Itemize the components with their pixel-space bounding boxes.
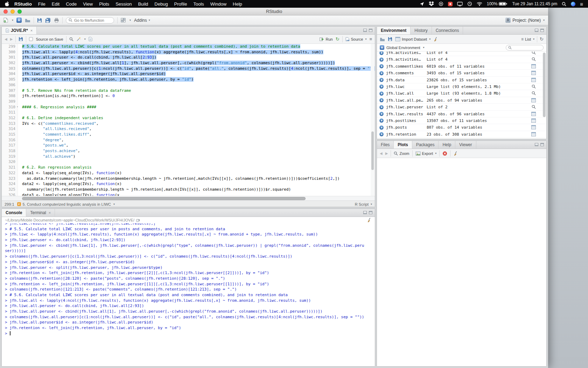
menu-build[interactable]: Build (135, 1, 151, 7)
project-menu-button[interactable]: R Project: (None) ▾ (505, 18, 545, 23)
env-object-row[interactable]: jfh.liwc.peruserList of 2 (377, 104, 546, 110)
code-line-314[interactable]: 314 "all.likes.recieved", (2, 126, 375, 132)
compile-report-icon[interactable] (89, 37, 92, 41)
env-object-row[interactable]: jfh.liwcLarge list (93 elements, 2.1 Mb) (377, 83, 546, 90)
new-file-button[interactable] (4, 18, 8, 23)
siri-icon[interactable] (571, 2, 575, 6)
expand-icon[interactable] (379, 52, 384, 55)
clear-environment-icon[interactable] (433, 37, 438, 42)
tab-history[interactable]: History (411, 27, 432, 34)
tab-help[interactable]: Help (439, 141, 455, 149)
view-table-icon[interactable] (531, 71, 536, 75)
env-object-row[interactable]: jfh.data23826 obs. of 15 variables (377, 77, 546, 83)
document-outline-icon[interactable]: ≡ (369, 36, 372, 42)
view-table-icon[interactable] (531, 112, 536, 116)
minimize-pane-icon[interactable] (363, 29, 367, 32)
env-object-row[interactable]: jfh.liwc.all.pe…265 obs. of 94 variables (377, 97, 546, 104)
env-object-row[interactable]: jfh.liwc.allLarge list (93 elements, 1.8… (377, 90, 546, 97)
remove-plot-icon[interactable] (442, 151, 447, 156)
tab-connections[interactable]: Connections (432, 27, 463, 34)
minimize-window-button[interactable] (10, 9, 15, 14)
back-icon[interactable]: ◀ (5, 37, 7, 41)
menubar-clock[interactable]: Tue 29 Jan 11:21:45 pm (512, 1, 557, 6)
wifi-icon[interactable] (477, 2, 482, 6)
source-on-save-checkbox[interactable] (29, 37, 33, 41)
location-icon[interactable] (420, 2, 424, 6)
apple-menu-icon[interactable] (5, 1, 9, 6)
find-replace-icon[interactable] (69, 37, 74, 41)
editor-vertical-scrollbar[interactable] (371, 44, 374, 196)
view-table-icon[interactable] (531, 98, 536, 102)
code-line-308[interactable]: 308jfh.retention[is.na(jfh.retention)] <… (2, 93, 375, 99)
code-line-318[interactable]: 318 "posts.achieve", (2, 148, 375, 154)
notification-center-icon[interactable]: ≡ (580, 1, 583, 7)
clear-console-icon[interactable] (367, 218, 372, 223)
expand-icon[interactable] (379, 57, 384, 62)
forward-icon[interactable]: ▶ (10, 37, 13, 41)
code-line-304[interactable]: 304jfh.liwc.all.peruser$id <- as.integer… (2, 71, 375, 77)
load-workspace-icon[interactable] (380, 37, 385, 41)
code-line-317[interactable]: 317 "posts.we", (2, 143, 375, 148)
view-table-icon[interactable] (531, 118, 536, 123)
addins-button[interactable]: Addins ▾ (134, 18, 150, 23)
maximize-pane-icon[interactable] (369, 29, 372, 32)
menu-rstudio[interactable]: RStudio (11, 1, 35, 7)
code-tools-icon[interactable] (76, 37, 81, 41)
tab-jove-r[interactable]: JOVE.R* × (2, 27, 37, 34)
red-app-status-icon[interactable] (448, 2, 453, 6)
expand-icon[interactable] (379, 118, 384, 123)
code-line-323[interactable]: 323 as.data.frame(summary(lm(jfh.retenti… (2, 176, 375, 182)
view-table-icon[interactable] (531, 78, 536, 82)
rerun-icon[interactable]: ↻ (336, 36, 340, 42)
code-line-319[interactable]: 319 "all.achieve") (2, 154, 375, 159)
menu-debug[interactable]: Debug (151, 1, 171, 7)
env-object-row[interactable]: jfh.comments3493 obs. of 15 variables (377, 70, 546, 76)
code-line-301[interactable]: 301jfh.liwc.all.peruser <- do.call(cbind… (2, 55, 375, 60)
run-button[interactable]: Run (320, 37, 332, 41)
battery-status[interactable]: 100% (487, 1, 508, 6)
env-object-row[interactable]: jfh.activities…List of 4 (377, 52, 546, 56)
code-line-313[interactable]: 313IVs <- c("commentlikes.recieved", (2, 121, 375, 127)
goto-file-search[interactable] (66, 17, 114, 23)
scrollbar-thumb[interactable] (22, 197, 306, 200)
inspect-object-icon[interactable] (532, 91, 536, 95)
previous-plot-icon[interactable]: ◀ (380, 151, 383, 155)
goto-directory-icon[interactable] (136, 218, 140, 222)
expand-icon[interactable] (379, 64, 384, 68)
minimize-pane-icon[interactable] (535, 143, 538, 146)
env-object-row[interactable]: jfh.commentlikes6019 obs. of 11 variable… (377, 63, 546, 70)
save-all-button[interactable] (45, 18, 51, 23)
code-line-312[interactable]: 312# 6.1. Define independent variables (2, 115, 375, 121)
console-prompt[interactable]: > (5, 331, 375, 336)
menu-session[interactable]: Session (112, 1, 135, 7)
env-object-row[interactable]: jfh.retention23 obs. of 308 variables (377, 131, 546, 138)
code-line-324[interactable]: 324data2 <- lapply(seq_along(IVs), funct… (2, 181, 375, 187)
expand-icon[interactable] (379, 132, 384, 136)
record-status-icon[interactable] (439, 1, 443, 6)
menu-window[interactable]: Window (207, 1, 230, 7)
code-line-321[interactable]: 321# 6.2. Run regression analysis (2, 165, 375, 170)
tab-environment[interactable]: Environment (377, 27, 411, 34)
expand-icon[interactable] (379, 105, 384, 109)
save-workspace-icon[interactable] (388, 37, 392, 41)
expand-icon[interactable] (379, 84, 384, 89)
display-icon[interactable] (457, 2, 463, 6)
source-button[interactable]: Source ▾ (345, 37, 367, 41)
code-line-311[interactable]: 311 (2, 110, 375, 115)
close-icon[interactable]: × (30, 28, 33, 33)
next-plot-icon[interactable]: ▶ (385, 151, 388, 155)
zoom-button[interactable]: Zoom (394, 151, 409, 156)
menu-plots[interactable]: Plots (96, 1, 112, 7)
goto-file-input[interactable] (74, 18, 111, 22)
code-line-303[interactable]: 303colnames(jfh.liwc.all.peruser)[c(1:nc… (2, 66, 375, 71)
import-dataset-button[interactable]: Import Dataset ▾ (395, 37, 430, 41)
expand-icon[interactable] (379, 125, 384, 130)
tab-plots[interactable]: Plots (394, 141, 412, 149)
inspect-object-icon[interactable] (532, 105, 536, 109)
section-navigator[interactable]: # 5. Conduct computerized linguistic ana… (17, 202, 115, 206)
close-icon[interactable]: × (49, 211, 51, 215)
code-line-306[interactable]: 306 (2, 82, 375, 88)
expand-icon[interactable] (379, 98, 384, 102)
view-table-icon[interactable] (531, 125, 536, 129)
refresh-icon[interactable]: ↻ (540, 36, 544, 42)
